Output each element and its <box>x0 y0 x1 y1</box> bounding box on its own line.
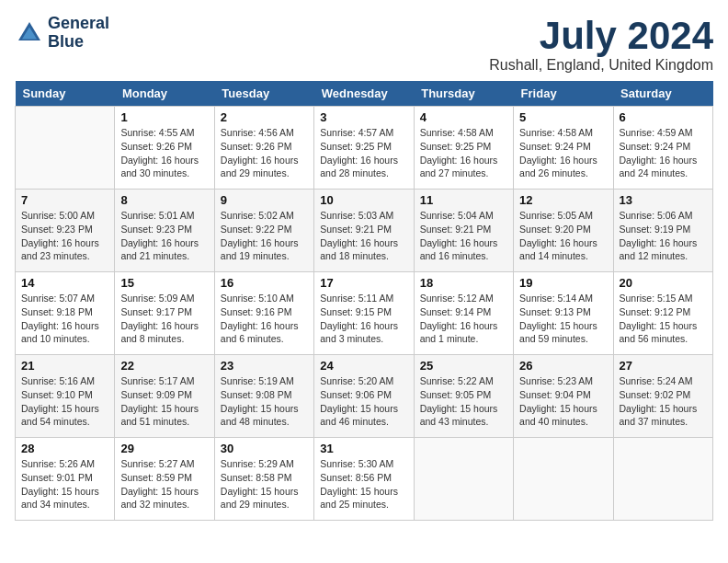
day-info: Sunrise: 4:56 AM Sunset: 9:26 PM Dayligh… <box>221 126 308 180</box>
day-info: Sunrise: 4:55 AM Sunset: 9:26 PM Dayligh… <box>120 126 208 180</box>
day-number: 23 <box>221 359 308 373</box>
day-info: Sunrise: 5:19 AM Sunset: 9:08 PM Dayligh… <box>221 374 308 429</box>
title-area: July 2024 Rushall, England, United Kingd… <box>489 15 713 74</box>
day-number: 19 <box>519 276 607 290</box>
calendar-cell: 31Sunrise: 5:30 AM Sunset: 8:56 PM Dayli… <box>314 438 414 521</box>
day-info: Sunrise: 4:59 AM Sunset: 9:24 PM Dayligh… <box>620 126 707 180</box>
day-header-monday: Monday <box>115 81 214 107</box>
calendar-cell: 21Sunrise: 5:16 AM Sunset: 9:10 PM Dayli… <box>16 355 115 438</box>
day-number: 28 <box>21 442 108 455</box>
day-info: Sunrise: 5:10 AM Sunset: 9:16 PM Dayligh… <box>221 292 308 346</box>
logo: General Blue <box>15 15 109 52</box>
logo-text: General Blue <box>48 15 109 52</box>
calendar-cell <box>514 438 613 521</box>
day-info: Sunrise: 5:22 AM Sunset: 9:05 PM Dayligh… <box>420 374 507 429</box>
day-number: 15 <box>120 276 208 290</box>
day-number: 17 <box>320 276 407 290</box>
calendar-table: SundayMondayTuesdayWednesdayThursdayFrid… <box>15 81 713 521</box>
day-info: Sunrise: 5:17 AM Sunset: 9:09 PM Dayligh… <box>120 374 208 429</box>
day-info: Sunrise: 5:29 AM Sunset: 8:58 PM Dayligh… <box>221 457 308 511</box>
month-title: July 2024 <box>489 15 713 57</box>
calendar-cell <box>613 438 712 521</box>
calendar-cell: 5Sunrise: 4:58 AM Sunset: 9:24 PM Daylig… <box>514 107 613 190</box>
day-header-sunday: Sunday <box>16 81 115 107</box>
calendar-cell: 13Sunrise: 5:06 AM Sunset: 9:19 PM Dayli… <box>613 190 712 272</box>
day-number: 4 <box>420 110 507 124</box>
day-number: 13 <box>620 193 707 207</box>
day-number: 14 <box>21 276 108 290</box>
day-number: 9 <box>221 193 308 207</box>
day-info: Sunrise: 4:58 AM Sunset: 9:25 PM Dayligh… <box>420 126 507 180</box>
calendar-cell: 26Sunrise: 5:23 AM Sunset: 9:04 PM Dayli… <box>514 355 613 438</box>
day-header-wednesday: Wednesday <box>314 81 414 107</box>
day-info: Sunrise: 5:07 AM Sunset: 9:18 PM Dayligh… <box>21 292 108 346</box>
location: Rushall, England, United Kingdom <box>489 57 713 74</box>
calendar-cell: 16Sunrise: 5:10 AM Sunset: 9:16 PM Dayli… <box>214 272 313 355</box>
day-number: 31 <box>320 442 407 455</box>
calendar-cell: 8Sunrise: 5:01 AM Sunset: 9:23 PM Daylig… <box>115 190 214 272</box>
calendar-cell <box>16 107 115 190</box>
page-header: General Blue July 2024 Rushall, England,… <box>15 15 713 74</box>
day-number: 1 <box>120 110 208 124</box>
calendar-cell: 22Sunrise: 5:17 AM Sunset: 9:09 PM Dayli… <box>115 355 214 438</box>
day-number: 7 <box>21 193 108 207</box>
calendar-cell: 19Sunrise: 5:14 AM Sunset: 9:13 PM Dayli… <box>514 272 613 355</box>
calendar-cell: 2Sunrise: 4:56 AM Sunset: 9:26 PM Daylig… <box>214 107 313 190</box>
calendar-cell: 4Sunrise: 4:58 AM Sunset: 9:25 PM Daylig… <box>414 107 513 190</box>
calendar-cell: 7Sunrise: 5:00 AM Sunset: 9:23 PM Daylig… <box>16 190 115 272</box>
day-info: Sunrise: 5:11 AM Sunset: 9:15 PM Dayligh… <box>320 292 407 346</box>
day-number: 16 <box>221 276 308 290</box>
day-number: 30 <box>221 442 308 455</box>
day-number: 20 <box>620 276 707 290</box>
calendar-cell: 20Sunrise: 5:15 AM Sunset: 9:12 PM Dayli… <box>613 272 712 355</box>
day-number: 24 <box>320 359 407 373</box>
day-header-saturday: Saturday <box>613 81 712 107</box>
day-info: Sunrise: 5:26 AM Sunset: 9:01 PM Dayligh… <box>21 457 108 511</box>
calendar-cell: 6Sunrise: 4:59 AM Sunset: 9:24 PM Daylig… <box>613 107 712 190</box>
day-number: 2 <box>221 110 308 124</box>
calendar-cell: 28Sunrise: 5:26 AM Sunset: 9:01 PM Dayli… <box>16 438 115 521</box>
day-info: Sunrise: 5:09 AM Sunset: 9:17 PM Dayligh… <box>120 292 208 346</box>
calendar-cell: 10Sunrise: 5:03 AM Sunset: 9:21 PM Dayli… <box>314 190 414 272</box>
day-number: 29 <box>120 442 208 455</box>
calendar-cell <box>414 438 513 521</box>
day-number: 6 <box>620 110 707 124</box>
calendar-week-4: 21Sunrise: 5:16 AM Sunset: 9:10 PM Dayli… <box>16 355 713 438</box>
calendar-header-row: SundayMondayTuesdayWednesdayThursdayFrid… <box>16 81 713 107</box>
day-header-friday: Friday <box>514 81 613 107</box>
day-number: 10 <box>320 193 407 207</box>
day-info: Sunrise: 4:58 AM Sunset: 9:24 PM Dayligh… <box>519 126 607 180</box>
calendar-cell: 23Sunrise: 5:19 AM Sunset: 9:08 PM Dayli… <box>214 355 313 438</box>
day-info: Sunrise: 5:24 AM Sunset: 9:02 PM Dayligh… <box>620 374 707 429</box>
calendar-week-1: 1Sunrise: 4:55 AM Sunset: 9:26 PM Daylig… <box>16 107 713 190</box>
calendar-cell: 14Sunrise: 5:07 AM Sunset: 9:18 PM Dayli… <box>16 272 115 355</box>
calendar-cell: 29Sunrise: 5:27 AM Sunset: 8:59 PM Dayli… <box>115 438 214 521</box>
day-info: Sunrise: 5:05 AM Sunset: 9:20 PM Dayligh… <box>519 209 607 263</box>
day-info: Sunrise: 5:30 AM Sunset: 8:56 PM Dayligh… <box>320 457 407 511</box>
day-number: 5 <box>519 110 607 124</box>
day-info: Sunrise: 5:00 AM Sunset: 9:23 PM Dayligh… <box>21 209 108 263</box>
day-info: Sunrise: 5:02 AM Sunset: 9:22 PM Dayligh… <box>221 209 308 263</box>
day-info: Sunrise: 5:16 AM Sunset: 9:10 PM Dayligh… <box>21 374 108 429</box>
day-number: 22 <box>120 359 208 373</box>
day-number: 11 <box>420 193 507 207</box>
calendar-week-3: 14Sunrise: 5:07 AM Sunset: 9:18 PM Dayli… <box>16 272 713 355</box>
day-info: Sunrise: 5:06 AM Sunset: 9:19 PM Dayligh… <box>620 209 707 263</box>
calendar-week-5: 28Sunrise: 5:26 AM Sunset: 9:01 PM Dayli… <box>16 438 713 521</box>
calendar-cell: 11Sunrise: 5:04 AM Sunset: 9:21 PM Dayli… <box>414 190 513 272</box>
calendar-cell: 1Sunrise: 4:55 AM Sunset: 9:26 PM Daylig… <box>115 107 214 190</box>
calendar-cell: 25Sunrise: 5:22 AM Sunset: 9:05 PM Dayli… <box>414 355 513 438</box>
day-header-thursday: Thursday <box>414 81 513 107</box>
logo-icon <box>15 18 44 48</box>
day-header-tuesday: Tuesday <box>214 81 313 107</box>
day-info: Sunrise: 5:01 AM Sunset: 9:23 PM Dayligh… <box>120 209 208 263</box>
day-info: Sunrise: 5:14 AM Sunset: 9:13 PM Dayligh… <box>519 292 607 346</box>
day-info: Sunrise: 5:27 AM Sunset: 8:59 PM Dayligh… <box>120 457 208 511</box>
calendar-cell: 12Sunrise: 5:05 AM Sunset: 9:20 PM Dayli… <box>514 190 613 272</box>
calendar-cell: 3Sunrise: 4:57 AM Sunset: 9:25 PM Daylig… <box>314 107 414 190</box>
day-number: 18 <box>420 276 507 290</box>
calendar-cell: 18Sunrise: 5:12 AM Sunset: 9:14 PM Dayli… <box>414 272 513 355</box>
day-number: 25 <box>420 359 507 373</box>
day-number: 26 <box>519 359 607 373</box>
day-number: 21 <box>21 359 108 373</box>
